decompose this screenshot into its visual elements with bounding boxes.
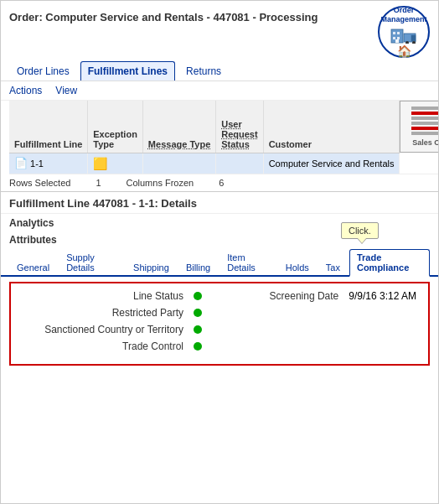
restricted-party-row: Restricted Party [23, 307, 416, 319]
page-header: Order: Computer Service and Rentals - 44… [1, 1, 438, 58]
col-message-type: Message Type [142, 101, 215, 153]
trade-control-label: Trade Control [23, 340, 190, 352]
click-callout: Click. [341, 222, 379, 239]
rows-selected-value: 1 [96, 178, 101, 188]
details-section: Fulfillment Line 447081 - 1-1: Details A… [1, 192, 438, 366]
svg-rect-4 [397, 37, 400, 39]
sub-tab-shipping[interactable]: Shipping [126, 259, 177, 275]
col-sales-order-spacer: Sales Order [400, 101, 439, 153]
svg-rect-5 [395, 39, 399, 43]
restricted-party-dot [194, 309, 202, 317]
fulfillment-lines-table: Fulfillment Line ExceptionType Message T… [9, 101, 439, 174]
columns-frozen-value: 6 [219, 178, 224, 188]
col-customer: Customer [263, 101, 400, 153]
trade-control-dot [194, 342, 202, 351]
columns-frozen-label: Columns Frozen [127, 178, 194, 188]
col-user-request-status: UserRequestStatus [216, 101, 263, 153]
svg-rect-3 [393, 37, 395, 39]
warning-icon: 🟨 [93, 157, 107, 170]
svg-rect-7 [411, 35, 416, 41]
trade-control-row: Trade Control [23, 340, 416, 352]
sub-tab-trade-compliance[interactable]: Trade Compliance [349, 249, 430, 277]
cell-sales-order-empty [400, 153, 439, 174]
doc-icon: 📄 [14, 157, 28, 169]
line-status-row: Line Status Screening Date 9/9/16 3:12 A… [23, 290, 416, 302]
screening-date-value: 9/9/16 3:12 AM [349, 290, 416, 302]
col-exception-type: ExceptionType [88, 101, 143, 153]
actions-menu[interactable]: Actions [9, 85, 42, 96]
sub-tab-item-details[interactable]: Item Details [220, 249, 276, 275]
sub-tab-billing[interactable]: Billing [178, 259, 218, 275]
cell-fulfillment-line: 📄 1-1 [9, 153, 88, 174]
page-title: Order: Computer Service and Rentals - 44… [9, 6, 318, 23]
sub-tab-general[interactable]: General [9, 259, 57, 275]
trade-compliance-panel: Line Status Screening Date 9/9/16 3:12 A… [9, 282, 430, 366]
tab-fulfillment-lines[interactable]: Fulfillment Lines [80, 61, 175, 81]
table-row[interactable]: 📄 1-1 🟨 Computer Service and Rentals [9, 153, 439, 174]
line-status-label: Line Status [23, 290, 190, 302]
order-management-button[interactable]: OrderManagement 🏠 [378, 6, 430, 58]
tab-order-lines[interactable]: Order Lines [9, 61, 77, 81]
sub-tab-bar: General Supply Details Shipping Billing … [1, 247, 438, 277]
sanctioned-country-dot [194, 325, 202, 334]
screening-date-label: Screening Date [270, 290, 346, 302]
sanctioned-country-label: Sanctioned Country or Territory [23, 324, 190, 335]
order-management-label: OrderManagement [380, 6, 426, 24]
cell-customer: Computer Service and Rentals [263, 153, 400, 174]
cell-exception-type: 🟨 [88, 153, 143, 174]
rows-selected-label: Rows Selected [9, 178, 70, 188]
line-status-dot [194, 292, 202, 300]
main-tab-bar: Order Lines Fulfillment Lines Returns [1, 58, 438, 81]
sub-tab-supply-details[interactable]: Supply Details [59, 249, 124, 275]
grid-footer: Rows Selected 1 Columns Frozen 6 [1, 174, 438, 192]
restricted-party-label: Restricted Party [23, 307, 190, 319]
order-management-icon: 🏠 [390, 25, 417, 58]
tab-returns[interactable]: Returns [178, 61, 229, 81]
sub-tab-holds[interactable]: Holds [278, 259, 317, 275]
sanctioned-country-row: Sanctioned Country or Territory [23, 324, 416, 335]
col-fulfillment-line: Fulfillment Line [9, 101, 88, 153]
svg-rect-1 [393, 32, 395, 34]
toolbar: Actions View [1, 81, 438, 101]
sub-tab-tax[interactable]: Tax [318, 259, 348, 275]
sales-order-label: Sales Order [412, 138, 439, 147]
details-title: Fulfillment Line 447081 - 1-1: Details [1, 192, 438, 214]
view-menu[interactable]: View [55, 85, 77, 96]
trade-compliance-wrapper: Click. Trade Compliance [349, 249, 430, 275]
svg-rect-2 [397, 32, 400, 34]
fulfillment-lines-table-wrapper: Fulfillment Line ExceptionType Message T… [1, 101, 438, 174]
cell-user-request-status [216, 153, 263, 174]
cell-message-type [142, 153, 215, 174]
